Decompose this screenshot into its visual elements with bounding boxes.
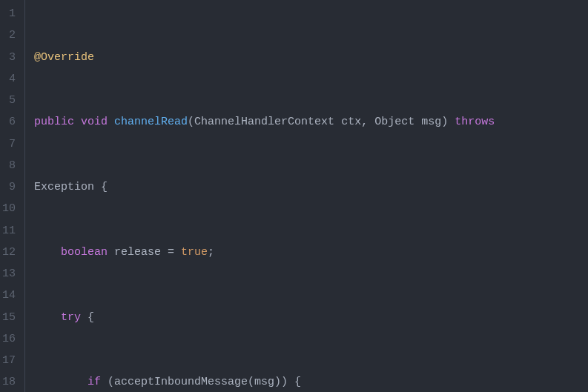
code-line: try {: [34, 307, 495, 328]
text-token: {: [81, 311, 94, 324]
keyword-token: if: [87, 376, 101, 388]
line-number-gutter: 1 2 3 4 5 6 7 8 9 10 11 12 13 14 15 16 1…: [0, 0, 25, 392]
method-token: channelRead: [114, 116, 188, 128]
text-token: [74, 116, 81, 128]
line-number: 16: [0, 328, 19, 350]
code-line: if (acceptInboundMessage(msg)) {: [34, 371, 495, 392]
bool-token: true: [181, 246, 208, 259]
text-token: [34, 246, 61, 259]
line-number: 9: [0, 176, 19, 198]
text-token: (ChannelHandlerContext ctx, Object msg): [188, 116, 455, 128]
line-number: 10: [0, 198, 19, 219]
code-area[interactable]: @Override public void channelRead(Channe…: [25, 0, 495, 392]
line-number: 3: [0, 47, 19, 68]
text-token: [34, 311, 61, 324]
keyword-token: public: [34, 116, 74, 128]
keyword-token: boolean: [61, 246, 108, 259]
line-number: 11: [0, 220, 19, 242]
code-line: @Override: [34, 47, 495, 68]
line-number: 13: [0, 263, 19, 285]
line-number: 4: [0, 68, 19, 90]
line-number: 17: [0, 350, 19, 371]
text-token: Exception {: [34, 181, 108, 193]
line-number: 15: [0, 307, 19, 328]
text-token: ;: [208, 246, 214, 259]
text-token: (acceptInboundMessage(msg)) {: [101, 376, 301, 388]
text-token: release =: [108, 246, 181, 259]
keyword-token: throws: [455, 116, 495, 128]
line-number: 1: [0, 3, 19, 24]
code-line: boolean release = true;: [34, 242, 495, 263]
keyword-token: void: [81, 116, 108, 128]
line-number: 6: [0, 111, 19, 133]
code-line: Exception {: [34, 176, 495, 198]
line-number: 14: [0, 285, 19, 306]
line-number: 7: [0, 133, 19, 155]
text-token: [108, 116, 114, 128]
code-editor: 1 2 3 4 5 6 7 8 9 10 11 12 13 14 15 16 1…: [0, 0, 588, 392]
line-number: 2: [0, 24, 19, 46]
line-number: 18: [0, 371, 19, 392]
keyword-token: try: [61, 311, 81, 324]
text-token: [34, 376, 87, 388]
line-number: 5: [0, 90, 19, 111]
code-line: public void channelRead(ChannelHandlerCo…: [34, 111, 495, 133]
annotation-token: @Override: [34, 51, 94, 64]
line-number: 12: [0, 242, 19, 263]
line-number: 8: [0, 155, 19, 176]
